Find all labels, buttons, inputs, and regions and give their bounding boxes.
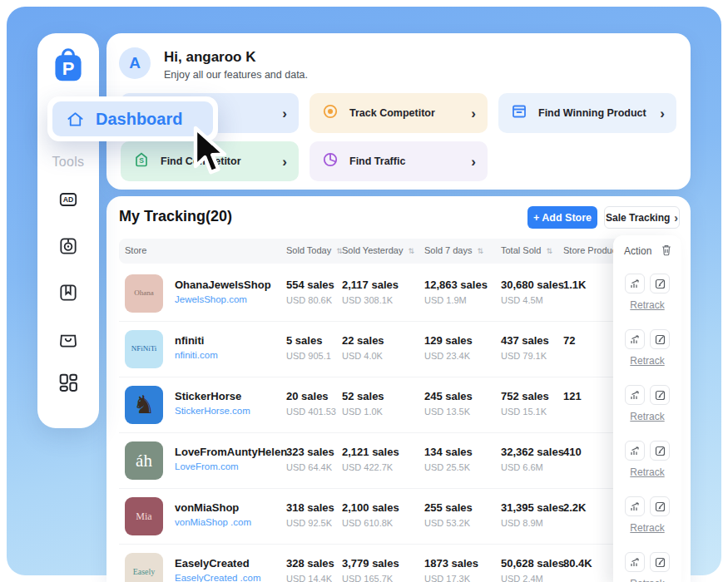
feature-label: Find Traffic — [349, 155, 461, 167]
action-row: Retrack — [613, 322, 681, 377]
sidebar-item-ads[interactable]: AD — [57, 188, 80, 211]
action-row: Retrack — [613, 545, 681, 582]
chevron-right-icon: › — [660, 106, 665, 121]
analytics-icon-button[interactable] — [625, 385, 645, 405]
greeting-subtitle: Enjoy all our features and data. — [164, 69, 308, 81]
store-name: OhanaJewelsShop — [175, 279, 271, 291]
home-icon — [66, 110, 85, 129]
action-row: Retrack — [613, 433, 681, 489]
store-domain-link[interactable]: EaselyCreated .com — [175, 573, 261, 582]
edit-icon-button[interactable] — [650, 552, 670, 572]
feature-button-find-traffic[interactable]: Find Traffic › — [310, 141, 488, 181]
retrack-link[interactable]: Retrack — [613, 299, 681, 311]
store-name: vonMiaShop — [175, 501, 239, 514]
store-logo: NFiNiTi — [125, 330, 163, 368]
product-box-icon — [510, 102, 528, 124]
store-name: nfiniti — [175, 334, 204, 347]
edit-icon-button[interactable] — [650, 496, 670, 516]
feature-label: Find Winning Product — [538, 107, 650, 119]
trash-icon[interactable] — [661, 244, 672, 259]
store-domain-link[interactable]: vonMiaShop .com — [175, 517, 251, 527]
svg-text:P: P — [62, 58, 75, 79]
action-row: Retrack — [613, 266, 681, 322]
column-header-sold-7-days[interactable]: Sold 7 days ⇅ — [424, 245, 483, 255]
analytics-icon-button[interactable] — [625, 329, 645, 349]
nav-item-label: Dashboard — [96, 110, 182, 129]
retrack-link[interactable]: Retrack — [613, 522, 681, 534]
greeting-title: Hi, angaroo K — [164, 49, 256, 66]
sidebar-item-product-research[interactable] — [57, 234, 80, 258]
table-row: NFiNiTi nfiniti nfiniti.com 5 sales USD … — [119, 322, 680, 377]
chevron-right-icon: › — [471, 155, 476, 169]
table-row: áh LoveFromAuntyHelen LoveFrom.com 323 … — [119, 433, 680, 489]
store-domain-link[interactable]: StickerHorse.com — [175, 406, 250, 416]
chevron-right-icon: › — [282, 106, 287, 121]
table-row: Ohana OhanaJewelsShop JewelsShop.com 554… — [119, 266, 680, 322]
store-logo: áh — [125, 441, 163, 480]
store-domain-link[interactable]: JewelsShop.com — [175, 294, 247, 304]
plus-icon: + — [533, 212, 539, 224]
store-products-cell: 80.4K — [563, 557, 592, 570]
retrack-link[interactable]: Retrack — [613, 355, 681, 367]
column-header-action: Action — [624, 245, 651, 257]
sidebar: P Tools AD — [37, 33, 99, 428]
action-row: Retrack — [613, 489, 681, 545]
analytics-icon-button[interactable] — [625, 552, 645, 572]
store-products-cell: 410 — [563, 446, 582, 458]
store-products-cell: 1.1K — [563, 279, 586, 291]
dollar-shop-icon: S — [132, 150, 151, 172]
store-products-cell: 121 — [563, 390, 582, 402]
sort-icon: ⇅ — [408, 247, 414, 255]
tools-section-label: Tools — [37, 155, 99, 170]
edit-icon-button[interactable] — [650, 329, 670, 349]
column-header-sold-yesterday[interactable]: Sold Yesterday ⇅ — [342, 245, 414, 255]
column-header-sold-today[interactable]: Sold Today ⇅ — [286, 245, 343, 255]
add-store-button[interactable]: + Add Store — [527, 206, 597, 229]
analytics-icon-button[interactable] — [625, 441, 645, 461]
chevron-right-icon: › — [282, 155, 287, 169]
table-row: Mia vonMiaShop vonMiaShop .com 318 sales… — [119, 489, 680, 545]
store-domain-link[interactable]: nfiniti.com — [175, 350, 218, 360]
analytics-icon-button[interactable] — [625, 274, 645, 293]
feature-button-find-winning-product[interactable]: Find Winning Product › — [498, 93, 676, 133]
retrack-link[interactable]: Retrack — [613, 466, 681, 478]
svg-text:AD: AD — [63, 195, 74, 204]
tracking-title: My Tracking(20) — [119, 208, 232, 225]
avatar[interactable]: A — [119, 47, 151, 79]
store-logo: Easely — [125, 553, 163, 582]
store-name: EaselyCreated — [175, 557, 250, 570]
store-logo: Ohana — [125, 274, 163, 313]
sidebar-item-saved[interactable] — [57, 281, 80, 304]
store-logo: Mia — [125, 497, 163, 535]
sort-icon: ⇅ — [546, 247, 552, 255]
store-name: StickerHorse — [175, 390, 241, 402]
feature-label: Track Competitor — [349, 107, 461, 119]
chevron-right-icon: › — [471, 106, 476, 121]
sidebar-item-apps[interactable] — [57, 371, 80, 394]
column-header-store: Store — [125, 245, 146, 255]
cursor-pointer — [188, 125, 231, 183]
store-name: LoveFromAuntyHelen — [175, 446, 287, 458]
table-row: ♞ StickerHorse StickerHorse.com 20 sales… — [119, 377, 680, 433]
chevron-right-icon: › — [674, 211, 678, 224]
retrack-link[interactable]: Retrack — [613, 578, 681, 582]
action-column-panel: Action — [613, 235, 681, 582]
sale-tracking-button[interactable]: Sale Tracking › — [604, 206, 680, 229]
edit-icon-button[interactable] — [650, 385, 670, 405]
store-products-cell: 72 — [563, 334, 575, 347]
retrack-link[interactable]: Retrack — [613, 411, 681, 422]
table-row: Easely EaselyCreated EaselyCreated .com … — [119, 545, 680, 582]
edit-icon-button[interactable] — [650, 274, 670, 293]
analytics-icon-button[interactable] — [625, 496, 645, 516]
store-table-body: Ohana OhanaJewelsShop JewelsShop.com 554… — [119, 266, 680, 582]
target-icon — [321, 102, 339, 124]
column-header-total-sold[interactable]: Total Sold ⇅ — [501, 245, 552, 255]
sidebar-item-store[interactable] — [57, 328, 80, 351]
store-products-cell: 2.2K — [563, 501, 586, 514]
svg-text:S: S — [139, 156, 144, 165]
sort-icon: ⇅ — [478, 247, 484, 255]
store-domain-link[interactable]: LoveFrom.com — [175, 461, 239, 471]
app-logo: P — [37, 47, 99, 85]
feature-button-track-competitor[interactable]: Track Competitor › — [310, 93, 488, 133]
edit-icon-button[interactable] — [650, 441, 670, 461]
